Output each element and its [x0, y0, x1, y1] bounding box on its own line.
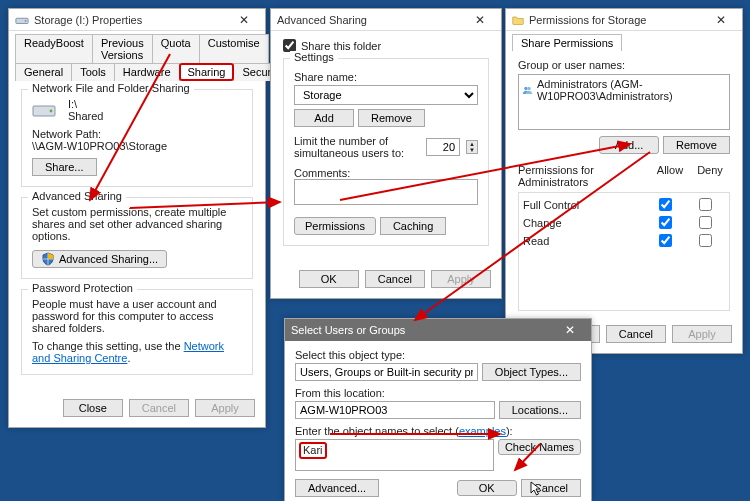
pwd-line1: People must have a user account and pass… — [32, 298, 242, 334]
tab-prevversions[interactable]: Previous Versions — [92, 34, 153, 63]
admin-entry[interactable]: Administrators (AGM-W10PRO03\Administrat… — [537, 78, 726, 102]
users-icon — [522, 84, 533, 96]
remove-share-button[interactable]: Remove — [358, 109, 425, 127]
properties-tabs: ReadyBoost Previous Versions Quota Custo… — [9, 31, 265, 81]
add-user-button[interactable]: Add... — [599, 136, 659, 154]
sharename-label: Share name: — [294, 71, 478, 83]
location-label: From this location: — [295, 387, 581, 399]
svg-point-4 — [524, 87, 527, 90]
settings-group: Settings Share name: Storage Add Remove … — [283, 58, 489, 246]
apply-button[interactable]: Apply — [431, 270, 491, 288]
permissions-button[interactable]: Permissions — [294, 217, 376, 235]
advanced-sharing-button[interactable]: Advanced Sharing... — [32, 250, 167, 268]
permissions-dialog: Permissions for Storage ✕ Share Permissi… — [505, 8, 743, 354]
advanced-sharing-label: Advanced Sharing... — [59, 253, 158, 265]
advshare-titlebar: Advanced Sharing ✕ — [271, 9, 501, 31]
tab-quota[interactable]: Quota — [152, 34, 200, 63]
apply-button[interactable]: Apply — [672, 325, 732, 343]
ok-button[interactable]: OK — [457, 480, 517, 496]
tab-hardware[interactable]: Hardware — [114, 63, 180, 81]
network-path: \\AGM-W10PRO03\Storage — [32, 140, 242, 152]
users-listbox[interactable]: Administrators (AGM-W10PRO03\Administrat… — [518, 74, 730, 130]
check-names-button[interactable]: Check Names — [498, 439, 581, 455]
pwd-legend: Password Protection — [28, 282, 137, 294]
remove-user-button[interactable]: Remove — [663, 136, 730, 154]
comments-field[interactable] — [294, 179, 478, 205]
shield-icon — [41, 252, 55, 266]
allow-read[interactable] — [659, 234, 672, 247]
limit-label: Limit the number of simultaneous users t… — [294, 135, 420, 159]
properties-dialog: Storage (I:) Properties ✕ ReadyBoost Pre… — [8, 8, 266, 428]
caching-button[interactable]: Caching — [380, 217, 446, 235]
objtype-field[interactable] — [295, 363, 478, 381]
advanced-button[interactable]: Advanced... — [295, 479, 379, 497]
drive-share-icon — [32, 100, 60, 120]
object-types-button[interactable]: Object Types... — [482, 363, 581, 381]
settings-legend: Settings — [290, 51, 338, 63]
perm-titlebar: Permissions for Storage ✕ — [506, 9, 742, 31]
ok-button[interactable]: OK — [299, 270, 359, 288]
comments-label: Comments: — [294, 167, 478, 179]
selectusers-title: Select Users or Groups — [291, 324, 405, 336]
deny-read[interactable] — [699, 234, 712, 247]
allow-change[interactable] — [659, 216, 672, 229]
close-icon[interactable]: ✕ — [555, 323, 585, 337]
deny-header: Deny — [690, 164, 730, 188]
svg-point-1 — [25, 20, 27, 22]
tab-general[interactable]: General — [15, 63, 72, 81]
close-icon[interactable]: ✕ — [706, 13, 736, 27]
sharename-select[interactable]: Storage — [294, 85, 478, 105]
close-icon[interactable]: ✕ — [465, 13, 495, 27]
cancel-button[interactable]: Cancel — [129, 399, 189, 417]
selectusers-titlebar: Select Users or Groups ✕ — [285, 319, 591, 341]
select-users-dialog: Select Users or Groups ✕ Select this obj… — [284, 318, 592, 501]
locations-button[interactable]: Locations... — [499, 401, 581, 419]
properties-titlebar: Storage (I:) Properties ✕ — [9, 9, 265, 31]
group-users-label: Group or user names: — [518, 59, 730, 71]
allow-header: Allow — [650, 164, 690, 188]
svg-point-5 — [527, 87, 530, 90]
network-sharing-group: Network File and Folder Sharing I:\ Shar… — [21, 89, 253, 187]
entered-name: Kari — [299, 442, 327, 459]
cancel-button[interactable]: Cancel — [606, 325, 666, 343]
allow-fullcontrol[interactable] — [659, 198, 672, 211]
objectnames-field[interactable]: Kari — [295, 439, 494, 471]
adv-desc: Set custom permissions, create multiple … — [32, 206, 242, 242]
close-button[interactable]: Close — [63, 399, 123, 417]
password-protection-group: Password Protection People must have a u… — [21, 289, 253, 375]
tab-sharing[interactable]: Sharing — [179, 63, 235, 81]
advanced-sharing-dialog: Advanced Sharing ✕ Share this folder Set… — [270, 8, 502, 299]
location-field[interactable] — [295, 401, 495, 419]
folder-icon — [512, 14, 524, 26]
cursor-icon — [530, 481, 546, 497]
tab-readyboost[interactable]: ReadyBoost — [15, 34, 93, 63]
tab-share-permissions[interactable]: Share Permissions — [512, 34, 622, 51]
objtype-label: Select this object type: — [295, 349, 581, 361]
svg-point-3 — [50, 110, 53, 113]
perm-read: Read — [523, 235, 645, 247]
nfs-legend: Network File and Folder Sharing — [28, 82, 194, 94]
advanced-sharing-group: Advanced Sharing Set custom permissions,… — [21, 197, 253, 279]
examples-link[interactable]: examples — [459, 425, 506, 437]
network-path-label: Network Path: — [32, 128, 242, 140]
deny-change[interactable] — [699, 216, 712, 229]
limit-spinner[interactable] — [426, 138, 460, 156]
perm-fullcontrol: Full Control — [523, 199, 645, 211]
tab-customise[interactable]: Customise — [199, 34, 269, 63]
adv-legend: Advanced Sharing — [28, 190, 126, 202]
shared-status: Shared — [68, 110, 103, 122]
perm-change: Change — [523, 217, 645, 229]
advshare-title: Advanced Sharing — [277, 14, 367, 26]
cancel-button[interactable]: Cancel — [365, 270, 425, 288]
spinner-down-icon[interactable]: ▼ — [467, 147, 477, 153]
drive-icon — [15, 13, 29, 27]
close-icon[interactable]: ✕ — [229, 13, 259, 27]
drive-label: I:\ — [68, 98, 103, 110]
deny-fullcontrol[interactable] — [699, 198, 712, 211]
apply-button[interactable]: Apply — [195, 399, 255, 417]
perm-for-label: Permissions for Administrators — [518, 164, 650, 188]
tab-tools[interactable]: Tools — [71, 63, 115, 81]
perm-title: Permissions for Storage — [529, 14, 646, 26]
share-button[interactable]: Share... — [32, 158, 97, 176]
add-share-button[interactable]: Add — [294, 109, 354, 127]
